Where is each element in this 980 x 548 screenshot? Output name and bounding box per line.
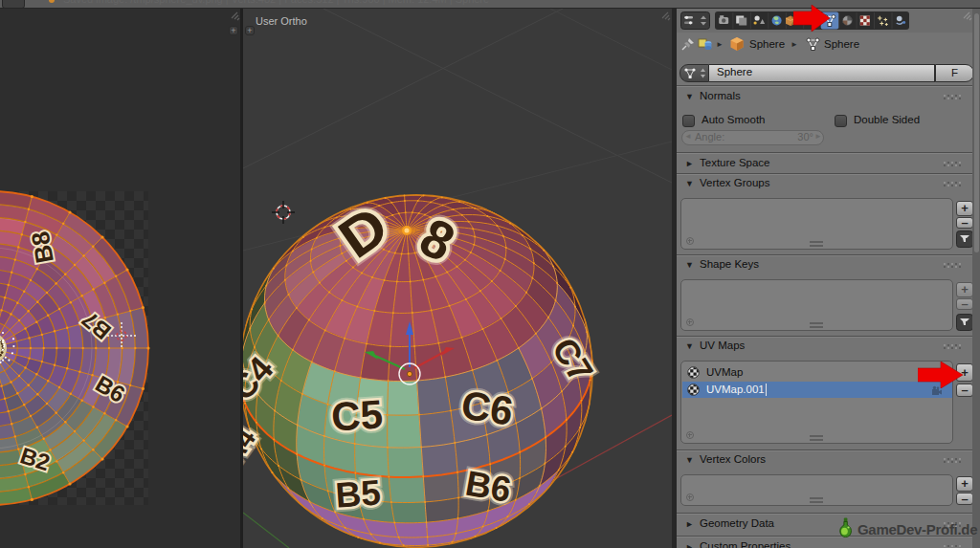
- svg-text:B8: B8: [25, 230, 58, 266]
- svg-text:B6: B6: [462, 463, 514, 510]
- svg-text:C5: C5: [330, 391, 385, 440]
- svg-text:C6: C6: [458, 383, 516, 434]
- svg-text:B5: B5: [334, 472, 382, 515]
